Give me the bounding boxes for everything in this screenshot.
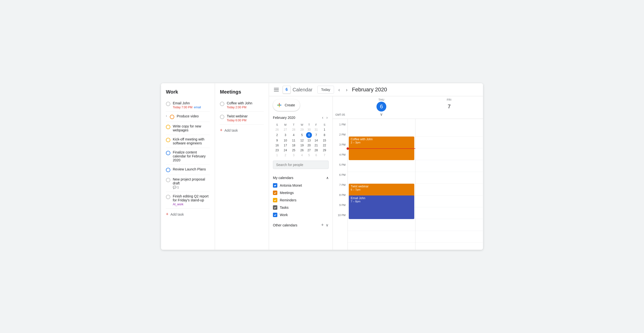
- thu-5pm-slot[interactable]: [348, 172, 415, 184]
- mini-cal-day[interactable]: 20: [306, 143, 312, 148]
- calendar-item-tasks[interactable]: Tasks: [273, 204, 329, 211]
- fri-8pm-slot[interactable]: [416, 207, 483, 219]
- thu-9pm-slot[interactable]: [348, 219, 415, 231]
- mini-cal-day[interactable]: 29: [320, 148, 329, 153]
- calendar-logo[interactable]: 6 Calendar: [283, 86, 312, 94]
- mini-cal-day[interactable]: 5: [298, 132, 306, 138]
- mini-cal-day[interactable]: 7: [320, 153, 329, 158]
- meetings-add-task-btn[interactable]: + Add task: [220, 128, 264, 133]
- mini-cal-day[interactable]: 24: [281, 148, 290, 153]
- calendar-item-work[interactable]: Work: [273, 211, 329, 219]
- mini-cal-day[interactable]: 2: [281, 153, 290, 158]
- task-time-twist-webinar: Today 6:00 PM: [227, 119, 246, 122]
- mini-cal-next-btn[interactable]: ›: [326, 115, 329, 120]
- mini-cal-day[interactable]: 26: [273, 127, 281, 132]
- mini-cal-day[interactable]: 2: [273, 132, 281, 138]
- mini-cal-day[interactable]: 16: [273, 143, 281, 148]
- task-checkbox-finalize-content[interactable]: [166, 151, 170, 155]
- fri-2pm-slot[interactable]: [416, 137, 483, 148]
- mini-cal-day[interactable]: 9: [273, 138, 281, 143]
- mini-cal-day[interactable]: 4: [298, 153, 306, 158]
- mini-cal-day[interactable]: 21: [312, 143, 320, 148]
- mini-cal-day[interactable]: 15: [320, 138, 329, 143]
- mini-cal-day[interactable]: 4: [290, 132, 298, 138]
- create-event-button[interactable]: Create: [273, 99, 300, 111]
- mini-cal-day[interactable]: 1: [320, 127, 329, 132]
- fri-5pm-slot[interactable]: [416, 172, 483, 184]
- mini-cal-day[interactable]: 25: [290, 148, 298, 153]
- mini-cal-day[interactable]: 31: [312, 127, 320, 132]
- mini-cal-day[interactable]: 14: [312, 138, 320, 143]
- mini-cal-day[interactable]: 26: [298, 148, 306, 153]
- prev-month-button[interactable]: ‹: [337, 86, 342, 94]
- task-checkbox-finish-editing[interactable]: [166, 195, 170, 199]
- task-checkbox-produce-video[interactable]: [170, 115, 174, 119]
- mini-cal-day[interactable]: 6: [312, 153, 320, 158]
- search-people-input[interactable]: [273, 161, 329, 169]
- day-num-fri[interactable]: 7: [444, 102, 454, 112]
- work-add-task-btn[interactable]: + Add task: [166, 212, 210, 217]
- task-checkbox-new-project[interactable]: [166, 178, 170, 182]
- calendar-item-meetings[interactable]: Meetings: [273, 189, 329, 196]
- mini-cal-day[interactable]: 3: [290, 153, 298, 158]
- mini-cal-day[interactable]: 17: [281, 143, 290, 148]
- mini-cal-day[interactable]: 11: [290, 138, 298, 143]
- task-name-kickoff: Kick-off meeting with software engineers: [173, 137, 210, 145]
- expand-thu-icon[interactable]: ∨: [380, 112, 383, 117]
- mini-cal-day[interactable]: 8: [320, 132, 329, 138]
- mini-cal-day[interactable]: 3: [281, 132, 290, 138]
- mini-cal-day[interactable]: 19: [298, 143, 306, 148]
- mini-cal-day[interactable]: 28: [290, 127, 298, 132]
- fri-6pm-slot[interactable]: [416, 184, 483, 195]
- mini-cal-day[interactable]: 18: [290, 143, 298, 148]
- task-checkbox-kickoff[interactable]: [166, 138, 170, 142]
- task-checkbox-write-copy[interactable]: [166, 125, 170, 129]
- fri-10pm-slot[interactable]: [416, 231, 483, 243]
- task-tag-email-john[interactable]: email: [194, 106, 201, 109]
- day-num-thu[interactable]: 6: [376, 102, 386, 112]
- task-checkbox-email-john[interactable]: [166, 102, 170, 106]
- thu-1pm-slot[interactable]: [348, 125, 415, 137]
- mini-cal-day[interactable]: 1: [273, 153, 281, 158]
- thu-10pm-slot[interactable]: [348, 231, 415, 243]
- my-calendars-header[interactable]: My calendars ∧: [273, 174, 329, 182]
- mini-cal-day[interactable]: 30: [306, 127, 312, 132]
- day-header-thu: THU 6 ∨: [348, 96, 415, 119]
- fri-3pm-slot[interactable]: [416, 148, 483, 160]
- task-tag-finish-editing[interactable]: At_work: [173, 203, 183, 206]
- task-checkbox-review-launch[interactable]: [166, 168, 170, 172]
- task-checkbox-twist-webinar[interactable]: [220, 115, 224, 119]
- mini-cal-day-today[interactable]: 6: [306, 132, 312, 138]
- mini-cal-day[interactable]: 27: [306, 148, 312, 153]
- calendar-item-reminders[interactable]: Reminders: [273, 196, 329, 204]
- event-email-john[interactable]: Email John 7 – 8pm: [349, 195, 414, 219]
- hamburger-menu-btn[interactable]: [273, 87, 280, 92]
- calendar-item-antonia[interactable]: Antonia Monet: [273, 182, 329, 189]
- thu-6pm-slot[interactable]: Twist webinar 6 – 7pm: [348, 184, 415, 195]
- thu-2pm-slot[interactable]: Coffee with John 2 – 3pm: [348, 137, 415, 148]
- expand-arrow-produce-video[interactable]: ›: [166, 114, 167, 118]
- other-cal-add-icon[interactable]: +: [321, 222, 324, 228]
- mini-cal-day[interactable]: 23: [273, 148, 281, 153]
- mini-cal-day[interactable]: 29: [298, 127, 306, 132]
- mini-cal-day[interactable]: 5: [306, 153, 312, 158]
- thu-7pm-slot[interactable]: Email John 7 – 8pm: [348, 195, 415, 207]
- fri-9pm-slot[interactable]: [416, 219, 483, 231]
- thu-4pm-slot[interactable]: [348, 160, 415, 172]
- fri-4pm-slot[interactable]: [416, 160, 483, 172]
- mini-cal-day[interactable]: 22: [320, 143, 329, 148]
- mini-cal-day[interactable]: 27: [281, 127, 290, 132]
- task-checkbox-coffee-john[interactable]: [220, 102, 224, 106]
- mini-cal-day[interactable]: 12: [298, 138, 306, 143]
- mini-cal-day[interactable]: 7: [312, 132, 320, 138]
- today-button[interactable]: Today: [317, 86, 334, 94]
- fri-1pm-slot[interactable]: [416, 125, 483, 137]
- mini-cal-day[interactable]: 28: [312, 148, 320, 153]
- fri-7pm-slot[interactable]: [416, 195, 483, 207]
- mini-cal-day[interactable]: 10: [281, 138, 290, 143]
- mini-cal-day[interactable]: 13: [306, 138, 312, 143]
- other-calendars-header[interactable]: Other calendars + ∨: [273, 220, 329, 230]
- other-cal-expand-icon[interactable]: ∨: [326, 223, 329, 227]
- next-month-button[interactable]: ›: [344, 86, 349, 94]
- mini-cal-prev-btn[interactable]: ‹: [321, 115, 324, 120]
